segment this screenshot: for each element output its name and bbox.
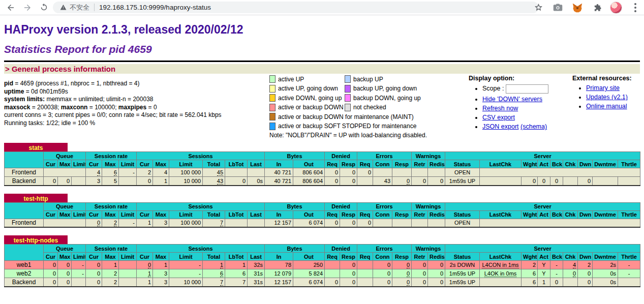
- display-option-link[interactable]: CSV export: [482, 114, 515, 121]
- stat-cell: 2: [102, 219, 119, 227]
- column-header: Out: [293, 210, 325, 219]
- row-name-link[interactable]: web1: [17, 261, 32, 268]
- stat-cell: 6 074: [293, 219, 325, 227]
- row-name-link[interactable]: Frontend: [12, 219, 36, 226]
- stat-cell: [563, 177, 578, 186]
- stat-cell: 1m59s UP: [445, 269, 480, 278]
- display-option-link[interactable]: Refresh now: [482, 105, 518, 112]
- report-subtitle: Statistics Report for pid 4659: [4, 43, 640, 55]
- external-resource-link[interactable]: Updates (v2.1): [586, 94, 628, 101]
- column-header: Thrtle: [618, 253, 640, 261]
- column-header: Bck: [550, 210, 563, 219]
- stat-cell: [225, 168, 248, 177]
- row-name-link[interactable]: Frontend: [12, 169, 36, 176]
- row-name-link[interactable]: Backend: [12, 279, 36, 286]
- stat-cell: -: [72, 261, 86, 269]
- group-header: Denied: [325, 245, 357, 253]
- stat-cell: [119, 177, 137, 186]
- column-header: Thrtle: [618, 210, 640, 219]
- stat-cell: [412, 168, 428, 177]
- bookmark-star-button[interactable]: [532, 1, 545, 14]
- group-header: Queue: [44, 202, 86, 210]
- column-header: Limit: [119, 160, 137, 168]
- metamask-extension-button[interactable]: [571, 1, 584, 14]
- display-option-link[interactable]: (schema): [520, 123, 547, 130]
- stat-cell: 0: [340, 261, 357, 269]
- column-header: Max: [58, 160, 72, 168]
- column-header: Redis: [428, 253, 445, 261]
- chrome-menu-button[interactable]: [629, 1, 641, 14]
- external-resource-link[interactable]: Online manual: [586, 103, 627, 110]
- column-header: Max: [102, 160, 119, 168]
- legend-label: active UP: [278, 76, 304, 83]
- stat-cell: 45: [203, 168, 225, 177]
- column-header: Chk: [563, 160, 578, 168]
- column-header: Retr: [412, 253, 428, 261]
- column-header: In: [265, 253, 293, 261]
- display-option-link[interactable]: Hide 'DOWN' servers: [482, 96, 542, 103]
- metamask-fox-icon: [572, 2, 583, 13]
- legend-label: backup UP: [353, 76, 383, 83]
- stat-cell: 1: [137, 278, 153, 287]
- stat-cell: 0: [44, 278, 58, 287]
- reload-button[interactable]: [36, 1, 52, 15]
- scope-input[interactable]: [506, 84, 548, 94]
- column-header: Redis: [428, 210, 445, 219]
- stat-cell: 100 000: [169, 219, 203, 227]
- column-header: Bck: [550, 253, 563, 261]
- stat-cell: 7: [225, 278, 248, 287]
- column-header: LastChk: [480, 210, 522, 219]
- row-name-link[interactable]: Backend: [12, 177, 36, 185]
- stat-cell: 12 079: [265, 269, 293, 278]
- proxy-name-link[interactable]: stats: [28, 144, 43, 151]
- profile-button[interactable]: [609, 1, 622, 14]
- stat-cell: 0: [225, 177, 248, 186]
- proxy-name-link[interactable]: test-http: [24, 195, 48, 202]
- stat-cell: 0s: [593, 278, 618, 287]
- back-button[interactable]: [2, 1, 19, 15]
- table-row: Backend00350110 0004300s40 721806 604004…: [5, 177, 640, 186]
- table-row: Backend00021310 0007731s12 1576 07400000…: [5, 278, 640, 287]
- column-header: Resp: [392, 160, 412, 168]
- stat-cell: 0: [44, 177, 58, 186]
- column-header: In: [265, 160, 293, 168]
- column-header: Act: [538, 210, 550, 219]
- row-name-cell: Backend: [5, 278, 44, 287]
- forward-button[interactable]: [19, 1, 36, 15]
- column-header: Limit: [169, 160, 203, 168]
- stat-cell: [325, 261, 340, 269]
- stat-cell: -: [618, 261, 640, 269]
- address-bar[interactable]: 不安全 192.168.175.10:9999/haproxy-status: [53, 2, 539, 13]
- stat-cell: [357, 177, 373, 186]
- column-header: Req: [357, 160, 373, 168]
- stat-cell: 0: [340, 219, 357, 227]
- screenshot-extension-button[interactable]: [551, 1, 564, 14]
- stat-cell: 3: [86, 177, 102, 186]
- row-name-link[interactable]: web2: [17, 270, 32, 277]
- column-header: Status: [445, 253, 480, 261]
- legend-row: active UPbackup UP: [269, 75, 427, 83]
- stat-cell: 2: [578, 261, 593, 269]
- column-header: Req: [325, 253, 340, 261]
- external-resource-link[interactable]: Primary site: [586, 84, 620, 92]
- column-header: Limit: [119, 253, 137, 261]
- column-header: Max: [153, 210, 169, 219]
- stat-cell: [593, 177, 618, 186]
- extensions-button[interactable]: [590, 1, 603, 14]
- external-resources-title: External resources:: [572, 75, 632, 82]
- stat-cell: OPEN: [445, 168, 480, 177]
- stat-cell: 0: [86, 269, 102, 278]
- url-text: 192.168.175.10:9999/haproxy-status: [99, 4, 211, 11]
- legend-row: active or backup DOWN for maintenance (M…: [269, 113, 427, 120]
- column-header: Dwntme: [593, 210, 618, 219]
- stat-cell: 0: [428, 177, 445, 186]
- stat-cell: 4: [153, 168, 169, 177]
- haproxy-version-link[interactable]: HAProxy version 2.1.3, released 2020/02/…: [4, 23, 243, 36]
- column-header: Last: [248, 160, 265, 168]
- column-header: Resp: [340, 160, 357, 168]
- stat-cell: [357, 269, 373, 278]
- table-row: Frontend46-24100 0004540 721806 604000OP…: [5, 168, 640, 177]
- display-option-link[interactable]: JSON export: [482, 123, 519, 130]
- proxy-name-link[interactable]: test-http-nodes: [14, 237, 58, 244]
- column-header: Cur: [44, 210, 58, 219]
